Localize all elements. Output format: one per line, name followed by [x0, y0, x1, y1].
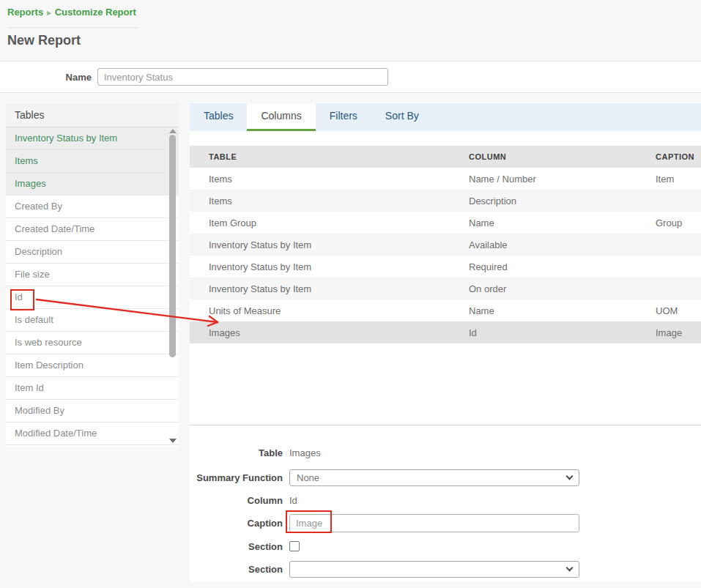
section-select-label: Section — [190, 564, 283, 575]
table-row[interactable]: Items Name / Number Item — [190, 168, 701, 190]
breadcrumb-separator-icon: ▸ — [47, 8, 51, 17]
caption-input[interactable] — [289, 514, 579, 532]
table-row-selected[interactable]: Images Id Image — [190, 321, 701, 343]
table-row[interactable]: Inventory Status by Item Required — [190, 256, 701, 278]
header-table: TABLE — [209, 152, 469, 161]
cell-column: Id — [469, 327, 656, 338]
section-select[interactable] — [289, 561, 579, 578]
page-title: New Report — [7, 33, 81, 48]
summary-function-select[interactable]: None — [289, 469, 579, 486]
cell-table: Images — [209, 327, 469, 338]
detail-row-caption: Caption — [190, 513, 701, 532]
sidebar-field-file-size[interactable]: File size — [6, 264, 179, 286]
table-row[interactable]: Items Description — [190, 190, 701, 212]
detail-divider — [190, 425, 701, 425]
sidebar-field-created-by[interactable]: Created By — [6, 196, 179, 218]
cell-column: Name / Number — [469, 174, 656, 185]
table-row[interactable]: Inventory Status by Item Available — [190, 234, 701, 256]
cell-column: Name — [469, 305, 656, 316]
table-row[interactable]: Units of Measure Name UOM — [190, 299, 701, 321]
sidebar-field-item-description[interactable]: Item Description — [6, 354, 179, 377]
detail-row-section-select: Section — [190, 560, 701, 578]
sidebar-table-images[interactable]: Images — [6, 173, 179, 196]
breadcrumb-link-customize-report[interactable]: Customize Report — [55, 7, 136, 18]
columns-table-header: TABLE COLUMN CAPTION — [190, 146, 701, 168]
cell-table: Item Group — [209, 217, 469, 228]
table-row[interactable]: Inventory Status by Item On order — [190, 278, 701, 299]
detail-row-column: Column Id — [190, 493, 701, 507]
sidebar-title: Tables — [6, 103, 179, 127]
summary-function-label: Summary Function — [190, 472, 283, 483]
report-name-input[interactable] — [97, 68, 388, 86]
detail-row-summary-function: Summary Function None — [190, 469, 701, 486]
detail-row-table: Table Images — [190, 445, 701, 460]
name-label: Name — [0, 72, 92, 83]
cell-table: Inventory Status by Item — [209, 261, 469, 272]
cell-caption: UOM — [656, 305, 701, 316]
header-caption: CAPTION — [656, 152, 701, 161]
tables-sidebar: Tables Inventory Status by Item Items Im… — [6, 103, 179, 447]
sidebar-field-is-default[interactable]: Is default — [6, 309, 179, 332]
tab-filters[interactable]: Filters — [316, 103, 371, 131]
cell-column: On order — [469, 283, 656, 294]
sidebar-field-modified-date-time[interactable]: Modified Date/Time — [6, 423, 179, 445]
tab-tables[interactable]: Tables — [190, 103, 247, 131]
tab-columns[interactable]: Columns — [247, 103, 315, 131]
cell-caption: Group — [656, 217, 701, 228]
chevron-down-icon — [566, 564, 574, 571]
caption-label: Caption — [190, 518, 283, 529]
section-checkbox-label: Section — [190, 541, 283, 552]
scrollbar-thumb[interactable] — [169, 135, 176, 357]
sidebar-table-inventory-status-by-item[interactable]: Inventory Status by Item — [6, 127, 179, 150]
column-detail-form: Table Images Summary Function None Colum… — [190, 436, 701, 578]
column-field-label: Column — [190, 495, 283, 506]
sidebar-field-is-web-resource[interactable]: Is web resource — [6, 332, 179, 354]
cell-caption: Image — [656, 327, 701, 338]
sidebar-table-items[interactable]: Items — [6, 150, 179, 173]
sidebar-field-modified-by[interactable]: Modified By — [6, 400, 179, 423]
breadcrumb: Reports▸Customize Report — [7, 7, 136, 18]
report-config-panel: Tables Columns Filters Sort By TABLE COL… — [190, 103, 701, 582]
breadcrumb-divider — [7, 27, 139, 28]
cell-table: Inventory Status by Item — [209, 283, 469, 294]
summary-function-value: None — [297, 472, 319, 483]
section-checkbox[interactable] — [289, 541, 300, 551]
breadcrumb-link-reports[interactable]: Reports — [7, 7, 43, 18]
cell-column: Name — [469, 217, 656, 228]
column-field-value: Id — [289, 495, 297, 506]
cell-column: Required — [469, 261, 656, 272]
customize-report-page: Reports▸Customize Report New Report Name… — [0, 0, 701, 588]
table-field-value: Images — [289, 447, 321, 458]
scroll-down-icon[interactable] — [169, 439, 177, 443]
tab-bar: Tables Columns Filters Sort By — [190, 103, 701, 131]
sidebar-field-created-date-time[interactable]: Created Date/Time — [6, 218, 179, 241]
tab-sort-by[interactable]: Sort By — [371, 103, 433, 131]
sidebar-scrollbar[interactable] — [168, 129, 177, 443]
cell-table: Items — [209, 174, 469, 185]
chevron-down-icon — [566, 472, 574, 480]
table-row[interactable]: Item Group Name Group — [190, 212, 701, 234]
sidebar-field-item-id[interactable]: Item Id — [6, 377, 179, 400]
cell-column: Description — [469, 196, 656, 206]
cell-table: Inventory Status by Item — [209, 239, 469, 250]
scroll-up-icon[interactable] — [169, 129, 177, 133]
cell-caption: Item — [656, 174, 701, 185]
header-column: COLUMN — [469, 152, 656, 161]
cell-table: Units of Measure — [209, 305, 469, 316]
sidebar-field-description[interactable]: Description — [6, 241, 179, 264]
sidebar-field-id[interactable]: Id — [6, 286, 179, 309]
detail-row-section-checkbox: Section — [190, 540, 701, 553]
table-field-label: Table — [190, 447, 283, 458]
columns-table-body: Items Name / Number Item Items Descripti… — [190, 168, 701, 343]
cell-table: Items — [209, 196, 469, 206]
cell-column: Available — [469, 239, 656, 250]
report-name-section: Name — [0, 61, 701, 93]
